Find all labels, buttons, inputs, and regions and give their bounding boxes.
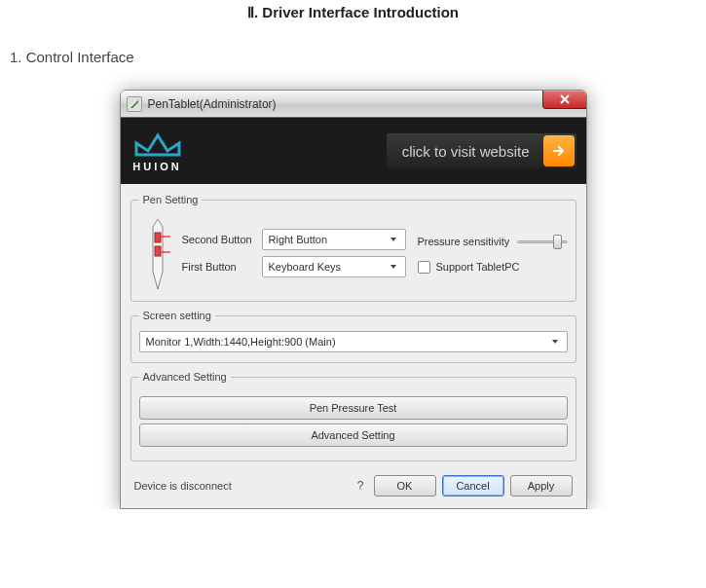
chevron-down-icon — [386, 232, 401, 247]
app-icon — [127, 96, 142, 112]
brand-banner: HUION click to visit website — [121, 118, 586, 184]
ok-button[interactable]: OK — [374, 475, 436, 496]
first-button-label: First Button — [182, 261, 256, 273]
pressure-sensitivity-label: Pressure sensitivity — [418, 236, 510, 247]
screen-setting-group: Screen setting Monitor 1,Width:1440,Heig… — [130, 310, 576, 363]
pen-setting-legend: Pen Setting — [139, 194, 203, 205]
first-button-select[interactable]: Keyboard Keys — [262, 256, 406, 277]
footer: Device is disconnect ? OK Cancel Apply — [130, 469, 576, 498]
window-title: PenTablet(Administrator) — [148, 97, 277, 111]
first-button-value: Keyboard Keys — [269, 261, 342, 273]
screen-setting-legend: Screen setting — [139, 310, 215, 321]
monitor-value: Monitor 1,Width:1440,Height:900 (Main) — [146, 336, 336, 348]
arrow-right-icon — [543, 135, 575, 166]
visit-website-link[interactable]: click to visit website — [387, 133, 576, 168]
advanced-setting-group: Advanced Setting Pen Pressure Test Advan… — [130, 371, 576, 461]
client-area: HUION click to visit website Pen Setting — [121, 118, 586, 508]
chevron-down-icon — [547, 334, 563, 349]
support-tabletpc-checkbox[interactable] — [418, 261, 430, 274]
pen-setting-group: Pen Setting — [130, 194, 576, 302]
titlebar: PenTablet(Administrator) — [121, 91, 586, 118]
crown-icon — [130, 129, 185, 159]
screenshot: PenTablet(Administrator) HUION click to … — [0, 90, 706, 509]
pen-diagram-icon — [139, 215, 176, 291]
app-window: PenTablet(Administrator) HUION click to … — [120, 90, 587, 509]
help-button[interactable]: ? — [353, 479, 368, 493]
pressure-sensitivity-slider[interactable] — [517, 234, 567, 249]
pen-pressure-test-button[interactable]: Pen Pressure Test — [139, 396, 568, 420]
section-heading: 1. Control Interface — [0, 29, 706, 90]
chevron-down-icon — [386, 259, 401, 275]
svg-rect-0 — [155, 233, 161, 242]
body-area: Pen Setting — [121, 184, 586, 508]
second-button-value: Right Button — [269, 234, 328, 245]
support-tabletpc-label: Support TabletPC — [436, 261, 520, 273]
brand-name: HUION — [132, 161, 181, 172]
monitor-select[interactable]: Monitor 1,Width:1440,Height:900 (Main) — [139, 331, 568, 352]
cancel-button[interactable]: Cancel — [442, 475, 504, 496]
brand-logo: HUION — [130, 129, 185, 172]
advanced-setting-button[interactable]: Advanced Setting — [139, 423, 568, 447]
advanced-setting-legend: Advanced Setting — [139, 371, 231, 383]
apply-button[interactable]: Apply — [510, 475, 573, 496]
page-title: Ⅱ. Driver Interface Introduction — [0, 0, 706, 29]
close-button[interactable] — [542, 90, 587, 109]
svg-rect-1 — [155, 246, 161, 256]
second-button-select[interactable]: Right Button — [262, 229, 406, 250]
visit-website-label: click to visit website — [402, 143, 530, 160]
second-button-label: Second Button — [182, 234, 256, 245]
device-status: Device is disconnect — [134, 480, 348, 492]
